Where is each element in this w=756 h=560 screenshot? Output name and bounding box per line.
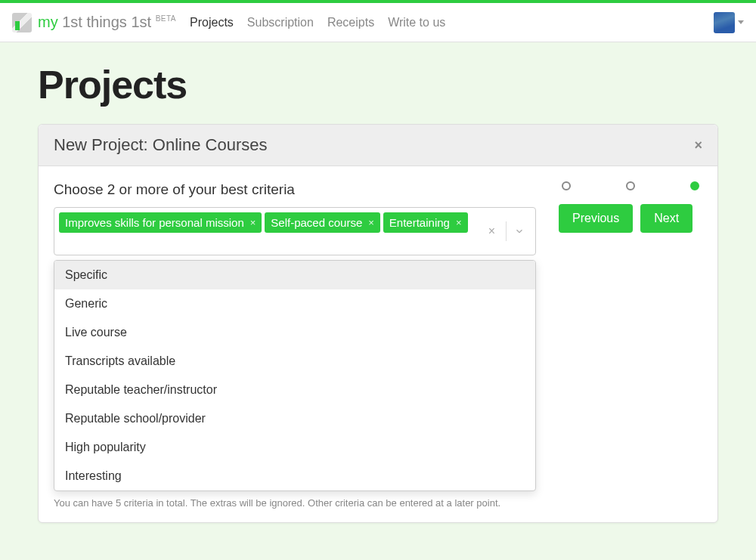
caret-down-icon bbox=[738, 20, 744, 24]
card-footer: You can have 5 criteria in total. The ex… bbox=[39, 488, 717, 522]
brand-rest: 1st things 1st bbox=[58, 14, 156, 30]
wizard-buttons: Previous Next bbox=[559, 204, 702, 233]
chip: Improves skills for personal mission × bbox=[59, 212, 262, 233]
chevron-down-icon[interactable] bbox=[511, 226, 528, 237]
brand-my: my bbox=[38, 14, 58, 30]
divider bbox=[506, 221, 507, 241]
close-icon[interactable]: × bbox=[694, 138, 702, 153]
criteria-dropdown: Specific Generic Live course Transcripts… bbox=[54, 260, 536, 491]
dropdown-option[interactable]: Reputable school/provider bbox=[54, 404, 535, 433]
next-button[interactable]: Next bbox=[640, 204, 692, 233]
step-dot-2[interactable] bbox=[626, 181, 635, 190]
chip-remove-icon[interactable]: × bbox=[456, 217, 462, 228]
card-header: New Project: Online Courses × bbox=[39, 125, 717, 166]
previous-button[interactable]: Previous bbox=[559, 204, 633, 233]
new-project-card: New Project: Online Courses × Choose 2 o… bbox=[38, 124, 718, 523]
card-title: New Project: Online Courses bbox=[54, 135, 694, 155]
page-content: Projects New Project: Online Courses × C… bbox=[23, 42, 733, 553]
user-menu[interactable] bbox=[714, 12, 744, 33]
chip: Self-paced course × bbox=[265, 212, 380, 233]
clear-all-icon[interactable]: × bbox=[482, 224, 501, 238]
criteria-prompt: Choose 2 or more of your best criteria bbox=[54, 181, 536, 198]
chip-remove-icon[interactable]: × bbox=[368, 217, 374, 228]
nav-projects[interactable]: Projects bbox=[190, 16, 234, 29]
nav-write[interactable]: Write to us bbox=[388, 16, 445, 29]
criteria-column: Choose 2 or more of your best criteria I… bbox=[54, 181, 536, 255]
criteria-multiselect[interactable]: Improves skills for personal mission × S… bbox=[54, 207, 536, 255]
chip: Entertaining × bbox=[383, 212, 468, 233]
chip-label: Improves skills for personal mission bbox=[65, 216, 244, 229]
nav-receipts[interactable]: Receipts bbox=[327, 16, 374, 29]
criteria-hint: You can have 5 criteria in total. The ex… bbox=[54, 497, 702, 509]
nav-links: Projects Subscription Receipts Write to … bbox=[190, 16, 445, 29]
avatar bbox=[714, 12, 735, 33]
dropdown-option[interactable]: Reputable teacher/instructor bbox=[54, 376, 535, 404]
wizard-nav-column: Previous Next bbox=[559, 181, 702, 233]
page-title: Projects bbox=[38, 62, 718, 107]
dropdown-option[interactable]: High popularity bbox=[54, 433, 535, 462]
brand-text: my 1st things 1st BETA bbox=[38, 14, 176, 31]
dropdown-option[interactable]: Generic bbox=[54, 289, 535, 318]
brand-block[interactable]: my 1st things 1st BETA bbox=[12, 13, 176, 32]
step-indicator bbox=[559, 181, 702, 190]
select-controls: × bbox=[475, 208, 535, 255]
card-body: Choose 2 or more of your best criteria I… bbox=[39, 166, 717, 261]
dropdown-option[interactable]: Live course bbox=[54, 318, 535, 347]
criteria-select-wrap: Improves skills for personal mission × S… bbox=[54, 207, 536, 255]
logo-icon bbox=[12, 13, 32, 32]
dropdown-option[interactable]: Transcripts available bbox=[54, 347, 535, 376]
chip-label: Self-paced course bbox=[271, 216, 362, 229]
selected-chips: Improves skills for personal mission × S… bbox=[54, 208, 475, 255]
nav-subscription[interactable]: Subscription bbox=[247, 16, 314, 29]
brand-beta: BETA bbox=[156, 14, 176, 23]
step-dot-3[interactable] bbox=[690, 181, 699, 190]
chip-remove-icon[interactable]: × bbox=[250, 217, 256, 228]
step-dot-1[interactable] bbox=[562, 181, 571, 190]
navbar: my 1st things 1st BETA Projects Subscrip… bbox=[0, 3, 756, 42]
chip-label: Entertaining bbox=[389, 216, 450, 229]
dropdown-option[interactable]: Specific bbox=[54, 261, 535, 289]
dropdown-option[interactable]: Interesting bbox=[54, 462, 535, 490]
